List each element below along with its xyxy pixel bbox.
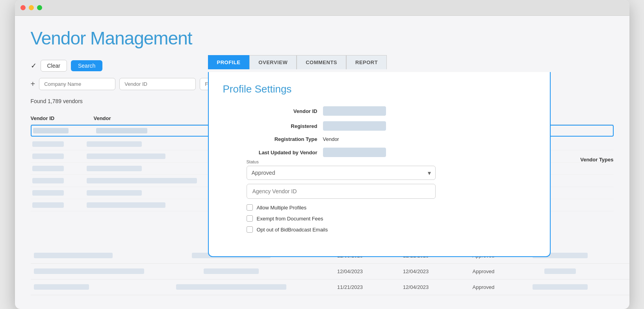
vendor-id-value bbox=[323, 106, 386, 116]
opt-out-label: Opt out of BidBroadcast Emails bbox=[257, 227, 328, 233]
vendor-id-field-row: Vendor ID bbox=[247, 106, 483, 116]
search-button[interactable]: Search bbox=[71, 60, 102, 71]
tab-profile[interactable]: PROFILE bbox=[208, 55, 250, 69]
company-name-input[interactable] bbox=[39, 78, 115, 90]
registered-label: Registered bbox=[247, 123, 317, 129]
maximize-button[interactable] bbox=[37, 5, 42, 10]
registered-field-row: Registered bbox=[247, 121, 483, 131]
vendor-id-label: Vendor ID bbox=[247, 108, 317, 114]
add-filter-button[interactable]: + bbox=[31, 80, 35, 89]
browser-titlebar bbox=[15, 0, 629, 16]
tab-overview[interactable]: OVERVIEW bbox=[249, 55, 297, 69]
agency-vendor-id-input[interactable] bbox=[247, 184, 436, 199]
col-header-vendor-id: Vendor ID bbox=[31, 115, 94, 121]
checkbox-group: Allow Multiple Profiles Exempt from Docu… bbox=[247, 204, 536, 233]
status-group: Status Approved bbox=[247, 159, 536, 180]
profile-fields: Vendor ID Registered Registration Type V… bbox=[247, 106, 483, 157]
exempt-doc-fees-row: Exempt from Document Fees bbox=[247, 215, 536, 222]
tab-comments[interactable]: COMMENTS bbox=[297, 55, 346, 69]
status-label: Status bbox=[247, 159, 536, 164]
close-button[interactable] bbox=[20, 5, 26, 10]
allow-multiple-profiles-label: Allow Multiple Profiles bbox=[257, 205, 306, 211]
col-header-vendor-types: Vendor Types bbox=[580, 157, 613, 163]
col-header-vendor: Vendor bbox=[94, 115, 173, 121]
status-select-wrapper: Approved bbox=[247, 166, 436, 180]
registered-value bbox=[323, 121, 386, 131]
chevron-down-button[interactable]: ✓ bbox=[31, 61, 37, 70]
profile-settings-title: Profile Settings bbox=[223, 83, 536, 95]
vendor-id-input[interactable] bbox=[119, 78, 196, 90]
last-updated-value bbox=[323, 148, 386, 157]
exempt-doc-fees-checkbox[interactable] bbox=[247, 215, 253, 222]
exempt-doc-fees-label: Exempt from Document Fees bbox=[257, 216, 323, 222]
last-updated-label: Last Updated by Vendor bbox=[247, 150, 317, 155]
tab-report[interactable]: REPORT bbox=[346, 55, 387, 69]
minimize-button[interactable] bbox=[29, 5, 34, 10]
registration-type-label: Registration Type bbox=[247, 136, 317, 142]
bottom-table-row[interactable]: 11/21/2023 12/04/2023 Approved bbox=[31, 279, 629, 295]
page-title: Vendor Management bbox=[31, 28, 614, 49]
allow-multiple-profiles-row: Allow Multiple Profiles bbox=[247, 204, 536, 211]
clear-button[interactable]: Clear bbox=[41, 60, 67, 72]
browser-window: Vendor Management ✓ Clear Search + Found… bbox=[15, 0, 629, 309]
registration-type-field-row: Registration Type Vendor bbox=[247, 136, 483, 142]
last-updated-field-row: Last Updated by Vendor bbox=[247, 148, 483, 157]
opt-out-checkbox[interactable] bbox=[247, 226, 253, 233]
registration-type-value: Vendor bbox=[323, 136, 339, 142]
bottom-table-row[interactable]: 12/04/2023 12/04/2023 Approved bbox=[31, 264, 629, 279]
profile-panel: Profile Settings Vendor ID Registered Re… bbox=[208, 72, 551, 257]
status-select[interactable]: Approved bbox=[247, 166, 436, 180]
opt-out-row: Opt out of BidBroadcast Emails bbox=[247, 226, 536, 233]
tabs-bar: PROFILE OVERVIEW COMMENTS REPORT bbox=[208, 55, 387, 69]
allow-multiple-profiles-checkbox[interactable] bbox=[247, 204, 253, 211]
